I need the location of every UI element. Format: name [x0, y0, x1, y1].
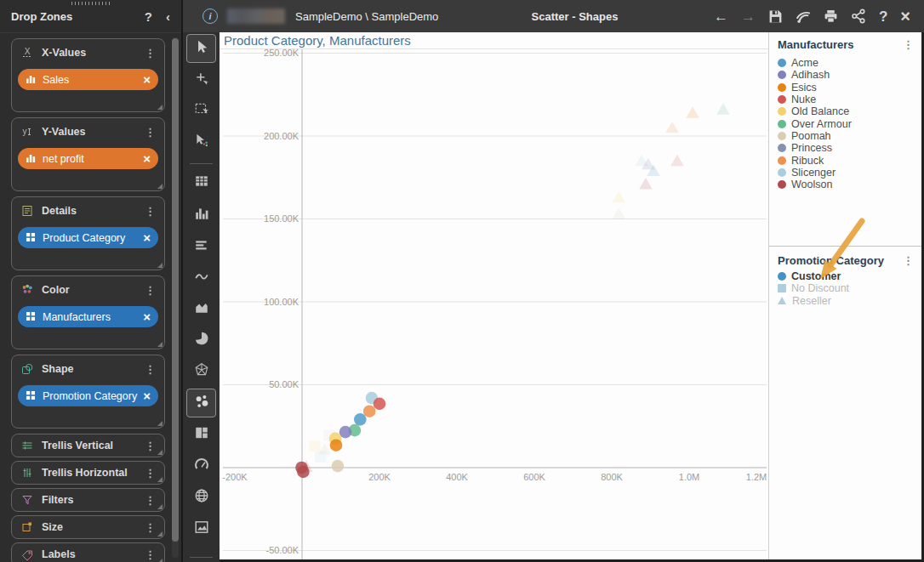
gauge-viz-button[interactable]: [186, 451, 216, 480]
resize-notch[interactable]: [157, 184, 163, 189]
drop-zone-menu-icon[interactable]: ⋮: [141, 127, 159, 138]
resize-notch[interactable]: [157, 263, 163, 268]
print-icon[interactable]: [824, 9, 838, 24]
chip-product-category[interactable]: Product Category ×: [18, 227, 158, 248]
point-select-tool-button[interactable]: [186, 128, 216, 156]
info-icon[interactable]: i: [202, 9, 218, 24]
drop-zone-menu-icon[interactable]: ⋮: [141, 468, 159, 479]
data-point-customer[interactable]: [332, 460, 345, 473]
map-viz-button[interactable]: [186, 483, 216, 512]
data-point-reseller[interactable]: [686, 106, 699, 118]
drop-zone-menu-icon[interactable]: ⋮: [141, 495, 159, 506]
data-point-customer[interactable]: [374, 398, 386, 411]
legend-item-old-balance[interactable]: Old Balance: [778, 105, 852, 117]
drop-zone-labels[interactable]: Labels ⋮: [11, 542, 165, 562]
drop-zone-details[interactable]: Details ⋮ Product Category ×: [11, 196, 165, 270]
save-icon[interactable]: [768, 9, 783, 24]
text-lines-viz-button[interactable]: [186, 233, 216, 262]
legend-item-no-discount[interactable]: No Discount: [778, 282, 849, 294]
resize-notch[interactable]: [157, 531, 163, 536]
legend-item-acme[interactable]: Acme: [778, 57, 852, 69]
publish-icon[interactable]: [796, 9, 811, 24]
data-point-no-discount[interactable]: [310, 440, 321, 451]
close-icon[interactable]: ×: [900, 8, 910, 25]
rectangle-select-tool-button[interactable]: [186, 96, 216, 125]
data-point-reseller[interactable]: [612, 207, 625, 219]
chip-remove-icon[interactable]: ×: [143, 73, 151, 86]
data-point-customer[interactable]: [363, 405, 376, 417]
legend-item-adihash[interactable]: Adihash: [778, 69, 852, 81]
resize-notch[interactable]: [157, 450, 163, 455]
data-point-reseller[interactable]: [612, 191, 625, 203]
data-point-customer[interactable]: [297, 466, 310, 479]
data-point-customer[interactable]: [339, 426, 352, 439]
table-viz-button[interactable]: [186, 168, 216, 197]
data-point-no-discount[interactable]: [315, 451, 326, 463]
treemap-viz-button[interactable]: [186, 420, 216, 449]
chip-remove-icon[interactable]: ×: [143, 310, 151, 323]
data-point-customer[interactable]: [354, 413, 367, 426]
resize-notch[interactable]: [157, 105, 163, 110]
legend-item-poomah[interactable]: Poomah: [778, 130, 852, 142]
drop-zone-menu-icon[interactable]: ⋮: [141, 522, 159, 533]
drop-zone-menu-icon[interactable]: ⋮: [141, 206, 159, 217]
drop-zone-x-values[interactable]: X X-Values ⋮ Sales ×: [11, 38, 165, 112]
bar-chart-viz-button[interactable]: [186, 201, 216, 230]
drop-zone-y-values[interactable]: y Y-Values ⋮ net profit ×: [11, 117, 165, 191]
legend-item-nuke[interactable]: Nuke: [778, 94, 852, 105]
chip-remove-icon[interactable]: ×: [143, 389, 151, 402]
resize-notch[interactable]: [157, 342, 163, 347]
drop-zone-menu-icon[interactable]: ⋮: [141, 364, 159, 375]
sidebar-scrollbar-thumb[interactable]: [172, 38, 179, 542]
data-point-reseller[interactable]: [665, 122, 679, 133]
chip-manufacturers[interactable]: Manufacturers ×: [18, 306, 158, 327]
scatter-plot[interactable]: 250.00K200.00K150.00K100.00K50.00K-50.00…: [220, 32, 768, 559]
resize-notch[interactable]: [157, 559, 163, 562]
drop-zone-menu-icon[interactable]: ⋮: [141, 440, 159, 451]
data-point-reseller[interactable]: [639, 178, 653, 190]
legend-item-reseller[interactable]: Reseller: [778, 295, 849, 307]
chip-remove-icon[interactable]: ×: [143, 152, 151, 165]
legend-item-princess[interactable]: Princess: [778, 142, 852, 154]
pointer-tool-button[interactable]: [186, 34, 216, 63]
help-icon[interactable]: ?: [145, 10, 152, 23]
drop-zone-menu-icon[interactable]: ⋮: [141, 48, 159, 59]
radar-chart-viz-button[interactable]: [186, 357, 216, 386]
scatter-plot-viz-button[interactable]: [186, 389, 216, 417]
share-icon[interactable]: [851, 9, 866, 24]
area-chart-viz-button[interactable]: [186, 295, 216, 324]
chart-area[interactable]: Product Category, Manufacturers 250.00K2…: [220, 32, 768, 559]
resize-notch[interactable]: [157, 477, 163, 482]
drop-zone-shape[interactable]: Shape ⋮ Promotion Category ×: [11, 355, 165, 429]
drop-zone-trellis-horizontal[interactable]: Trellis Horizontal ⋮: [11, 461, 165, 485]
legend-item-esics[interactable]: Esics: [778, 82, 852, 94]
legend-item-customer[interactable]: Customer: [778, 270, 849, 282]
drop-zone-filters[interactable]: Filters ⋮: [11, 488, 165, 512]
pie-chart-viz-button[interactable]: [186, 326, 216, 355]
drop-zone-size[interactable]: Size ⋮: [11, 515, 165, 539]
back-icon[interactable]: ←: [714, 9, 728, 24]
resize-notch[interactable]: [157, 421, 163, 426]
data-point-customer[interactable]: [330, 439, 343, 451]
chip-remove-icon[interactable]: ×: [143, 231, 151, 244]
collapse-panel-icon[interactable]: ‹: [166, 10, 170, 23]
data-point-reseller[interactable]: [670, 155, 684, 167]
promotion-legend-menu-icon[interactable]: ⋮: [903, 255, 914, 266]
legend-item-over-armour[interactable]: Over Armour: [778, 117, 852, 129]
legend-item-slicenger[interactable]: Slicenger: [778, 167, 852, 179]
chip-promotion-category[interactable]: Promotion Category ×: [18, 385, 158, 406]
legend-item-ribuck[interactable]: Ribuck: [778, 154, 852, 166]
pan-tool-button[interactable]: [186, 66, 216, 95]
manufacturers-legend-menu-icon[interactable]: ⋮: [903, 39, 914, 50]
chip-net-profit[interactable]: net profit ×: [18, 148, 158, 169]
line-chart-viz-button[interactable]: [186, 264, 216, 292]
help-icon-topbar[interactable]: ?: [879, 9, 887, 24]
image-viz-button[interactable]: [186, 514, 216, 543]
drag-handle[interactable]: [71, 2, 111, 5]
drop-zone-menu-icon[interactable]: ⋮: [141, 285, 159, 296]
drop-zone-color[interactable]: Color ⋮ Manufacturers ×: [11, 275, 165, 349]
resize-notch[interactable]: [157, 504, 163, 509]
drop-zone-menu-icon[interactable]: ⋮: [141, 549, 159, 560]
drop-zone-trellis-vertical[interactable]: Trellis Vertical ⋮: [11, 434, 165, 457]
legend-item-woolson[interactable]: Woolson: [778, 179, 852, 190]
